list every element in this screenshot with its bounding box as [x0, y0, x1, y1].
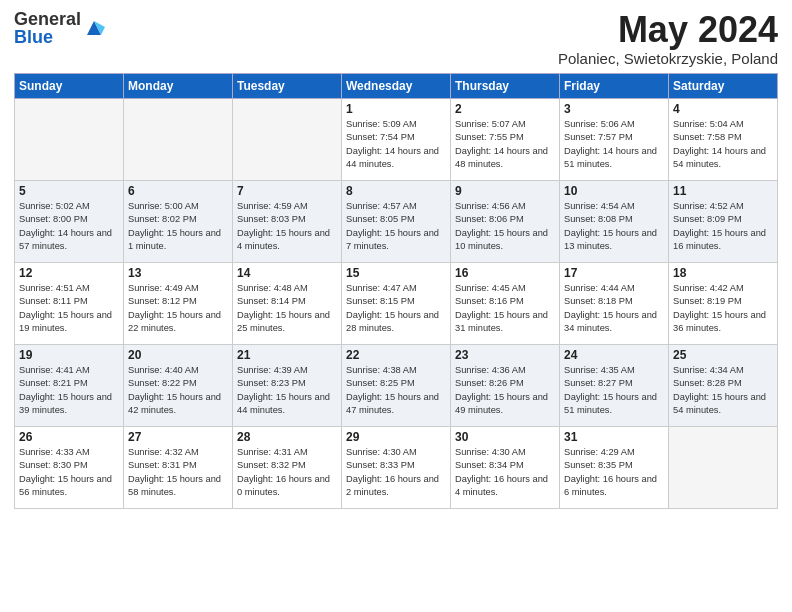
daylight-label: Daylight: 15 hours and 58 minutes.: [128, 474, 221, 497]
table-row: 17Sunrise: 4:44 AMSunset: 8:18 PMDayligh…: [560, 262, 669, 344]
day-info: Sunrise: 4:54 AMSunset: 8:08 PMDaylight:…: [564, 200, 664, 254]
daylight-label: Daylight: 15 hours and 1 minute.: [128, 228, 221, 251]
sunrise-label: Sunrise: 4:57 AM: [346, 201, 417, 211]
sunset-label: Sunset: 7:55 PM: [455, 132, 524, 142]
day-info: Sunrise: 4:31 AMSunset: 8:32 PMDaylight:…: [237, 446, 337, 500]
day-info: Sunrise: 4:30 AMSunset: 8:33 PMDaylight:…: [346, 446, 446, 500]
sunset-label: Sunset: 8:22 PM: [128, 378, 197, 388]
day-number: 21: [237, 348, 337, 362]
sunrise-label: Sunrise: 4:31 AM: [237, 447, 308, 457]
day-number: 8: [346, 184, 446, 198]
page: General Blue May 2024 Polaniec, Swietokr…: [0, 0, 792, 612]
day-info: Sunrise: 5:04 AMSunset: 7:58 PMDaylight:…: [673, 118, 773, 172]
table-row: 15Sunrise: 4:47 AMSunset: 8:15 PMDayligh…: [342, 262, 451, 344]
day-number: 11: [673, 184, 773, 198]
day-info: Sunrise: 4:33 AMSunset: 8:30 PMDaylight:…: [19, 446, 119, 500]
table-row: 13Sunrise: 4:49 AMSunset: 8:12 PMDayligh…: [124, 262, 233, 344]
day-info: Sunrise: 4:51 AMSunset: 8:11 PMDaylight:…: [19, 282, 119, 336]
sunrise-label: Sunrise: 5:09 AM: [346, 119, 417, 129]
col-saturday: Saturday: [669, 73, 778, 98]
day-number: 27: [128, 430, 228, 444]
day-info: Sunrise: 4:48 AMSunset: 8:14 PMDaylight:…: [237, 282, 337, 336]
sunset-label: Sunset: 8:19 PM: [673, 296, 742, 306]
logo-general: General: [14, 10, 81, 28]
day-info: Sunrise: 4:35 AMSunset: 8:27 PMDaylight:…: [564, 364, 664, 418]
day-info: Sunrise: 4:40 AMSunset: 8:22 PMDaylight:…: [128, 364, 228, 418]
sunset-label: Sunset: 7:54 PM: [346, 132, 415, 142]
sunset-label: Sunset: 8:15 PM: [346, 296, 415, 306]
sunrise-label: Sunrise: 4:56 AM: [455, 201, 526, 211]
day-number: 18: [673, 266, 773, 280]
daylight-label: Daylight: 14 hours and 51 minutes.: [564, 146, 657, 169]
day-info: Sunrise: 4:57 AMSunset: 8:05 PMDaylight:…: [346, 200, 446, 254]
day-number: 4: [673, 102, 773, 116]
sunset-label: Sunset: 8:11 PM: [19, 296, 88, 306]
day-info: Sunrise: 4:47 AMSunset: 8:15 PMDaylight:…: [346, 282, 446, 336]
calendar: Sunday Monday Tuesday Wednesday Thursday…: [14, 73, 778, 509]
day-number: 26: [19, 430, 119, 444]
day-info: Sunrise: 5:00 AMSunset: 8:02 PMDaylight:…: [128, 200, 228, 254]
day-info: Sunrise: 4:59 AMSunset: 8:03 PMDaylight:…: [237, 200, 337, 254]
daylight-label: Daylight: 15 hours and 13 minutes.: [564, 228, 657, 251]
sunset-label: Sunset: 8:16 PM: [455, 296, 524, 306]
day-info: Sunrise: 4:32 AMSunset: 8:31 PMDaylight:…: [128, 446, 228, 500]
sunrise-label: Sunrise: 4:59 AM: [237, 201, 308, 211]
sunset-label: Sunset: 8:27 PM: [564, 378, 633, 388]
sunrise-label: Sunrise: 4:47 AM: [346, 283, 417, 293]
daylight-label: Daylight: 15 hours and 56 minutes.: [19, 474, 112, 497]
day-number: 24: [564, 348, 664, 362]
title-block: May 2024 Polaniec, Swietokrzyskie, Polan…: [558, 10, 778, 67]
sunrise-label: Sunrise: 5:04 AM: [673, 119, 744, 129]
day-number: 6: [128, 184, 228, 198]
daylight-label: Daylight: 16 hours and 0 minutes.: [237, 474, 330, 497]
day-number: 2: [455, 102, 555, 116]
day-number: 23: [455, 348, 555, 362]
calendar-week-row: 1Sunrise: 5:09 AMSunset: 7:54 PMDaylight…: [15, 98, 778, 180]
table-row: 19Sunrise: 4:41 AMSunset: 8:21 PMDayligh…: [15, 344, 124, 426]
day-number: 9: [455, 184, 555, 198]
table-row: 5Sunrise: 5:02 AMSunset: 8:00 PMDaylight…: [15, 180, 124, 262]
day-number: 29: [346, 430, 446, 444]
sunrise-label: Sunrise: 4:39 AM: [237, 365, 308, 375]
sunrise-label: Sunrise: 4:36 AM: [455, 365, 526, 375]
table-row: 28Sunrise: 4:31 AMSunset: 8:32 PMDayligh…: [233, 426, 342, 508]
daylight-label: Daylight: 14 hours and 54 minutes.: [673, 146, 766, 169]
daylight-label: Daylight: 14 hours and 44 minutes.: [346, 146, 439, 169]
day-info: Sunrise: 4:52 AMSunset: 8:09 PMDaylight:…: [673, 200, 773, 254]
day-number: 31: [564, 430, 664, 444]
daylight-label: Daylight: 15 hours and 25 minutes.: [237, 310, 330, 333]
day-info: Sunrise: 4:41 AMSunset: 8:21 PMDaylight:…: [19, 364, 119, 418]
table-row: 22Sunrise: 4:38 AMSunset: 8:25 PMDayligh…: [342, 344, 451, 426]
table-row: 2Sunrise: 5:07 AMSunset: 7:55 PMDaylight…: [451, 98, 560, 180]
daylight-label: Daylight: 14 hours and 57 minutes.: [19, 228, 112, 251]
sunrise-label: Sunrise: 4:30 AM: [346, 447, 417, 457]
day-number: 10: [564, 184, 664, 198]
sunrise-label: Sunrise: 4:40 AM: [128, 365, 199, 375]
sunrise-label: Sunrise: 4:48 AM: [237, 283, 308, 293]
daylight-label: Daylight: 15 hours and 4 minutes.: [237, 228, 330, 251]
day-info: Sunrise: 5:07 AMSunset: 7:55 PMDaylight:…: [455, 118, 555, 172]
table-row: 29Sunrise: 4:30 AMSunset: 8:33 PMDayligh…: [342, 426, 451, 508]
sunset-label: Sunset: 8:21 PM: [19, 378, 88, 388]
day-info: Sunrise: 4:45 AMSunset: 8:16 PMDaylight:…: [455, 282, 555, 336]
day-number: 20: [128, 348, 228, 362]
daylight-label: Daylight: 16 hours and 4 minutes.: [455, 474, 548, 497]
sunrise-label: Sunrise: 4:52 AM: [673, 201, 744, 211]
daylight-label: Daylight: 15 hours and 10 minutes.: [455, 228, 548, 251]
daylight-label: Daylight: 16 hours and 6 minutes.: [564, 474, 657, 497]
sunrise-label: Sunrise: 4:44 AM: [564, 283, 635, 293]
sunrise-label: Sunrise: 5:06 AM: [564, 119, 635, 129]
day-number: 7: [237, 184, 337, 198]
day-number: 5: [19, 184, 119, 198]
logo-icon: [83, 17, 105, 39]
table-row: 30Sunrise: 4:30 AMSunset: 8:34 PMDayligh…: [451, 426, 560, 508]
daylight-label: Daylight: 15 hours and 51 minutes.: [564, 392, 657, 415]
col-monday: Monday: [124, 73, 233, 98]
col-thursday: Thursday: [451, 73, 560, 98]
sunset-label: Sunset: 8:14 PM: [237, 296, 306, 306]
table-row: 3Sunrise: 5:06 AMSunset: 7:57 PMDaylight…: [560, 98, 669, 180]
sunset-label: Sunset: 8:03 PM: [237, 214, 306, 224]
sunset-label: Sunset: 8:06 PM: [455, 214, 524, 224]
day-number: 3: [564, 102, 664, 116]
day-number: 19: [19, 348, 119, 362]
